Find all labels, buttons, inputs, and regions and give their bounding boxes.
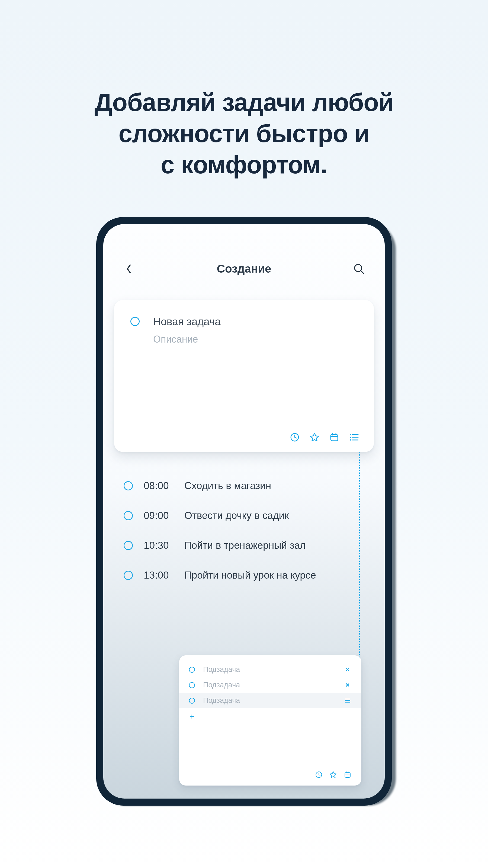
task-checkbox[interactable] [130,317,140,326]
task-time: 09:00 [144,510,173,521]
drag-icon [345,699,350,699]
subtask-drag-handle[interactable] [344,699,352,703]
subtask-label[interactable]: Подзадача [203,696,335,705]
task-checkbox[interactable] [124,511,133,520]
subtask-label[interactable]: Подзадача [203,665,335,674]
create-text-block: Новая задача Описание [153,316,221,345]
task-title-input[interactable]: Новая задача [153,316,221,328]
add-subtask-button[interactable]: + [179,708,361,725]
task-list: 08:00 Сходить в магазин 09:00 Отвести до… [124,471,364,590]
hero-title: Добавляй задачи любой сложности быстро и… [0,87,488,180]
search-icon [353,263,365,275]
subtask-checkbox[interactable] [189,698,195,704]
svg-rect-4 [331,435,338,441]
list-icon [349,433,359,441]
star-icon [329,771,337,778]
clock-icon [315,771,322,778]
favorite-button[interactable] [329,771,337,778]
svg-point-12 [350,439,351,440]
clock-icon [290,433,299,442]
svg-marker-15 [330,771,336,778]
close-icon: × [346,665,350,674]
subtask-row[interactable]: Подзадача × [179,677,361,693]
task-checkbox[interactable] [124,541,133,550]
task-time: 13:00 [144,569,173,581]
subtasks-button[interactable] [349,433,359,441]
hero-line-1: Добавляй задачи любой [0,87,488,118]
svg-line-1 [361,271,364,273]
star-icon [310,432,319,442]
subtask-checkbox[interactable] [189,667,195,673]
task-checkbox[interactable] [124,571,133,580]
create-card: Новая задача Описание [114,300,374,452]
hero-line-2: сложности быстро и [0,118,488,149]
calendar-icon [330,433,339,442]
create-top-row: Новая задача Описание [130,316,358,345]
back-button[interactable] [122,262,136,276]
task-title: Пройти новый урок на курсе [184,569,316,581]
task-description-input[interactable]: Описание [153,334,221,345]
task-title: Сходить в магазин [184,480,271,492]
close-icon: × [346,681,350,689]
plus-icon: + [190,712,194,721]
chevron-left-icon [126,264,132,274]
favorite-button[interactable] [310,432,319,442]
task-row[interactable]: 10:30 Пойти в тренажерный зал [124,531,364,560]
svg-point-8 [350,434,351,435]
search-button[interactable] [352,262,366,276]
svg-point-10 [350,437,351,438]
subtask-label[interactable]: Подзадача [203,681,335,689]
task-row[interactable]: 08:00 Сходить в магазин [124,471,364,501]
subtask-row[interactable]: Подзадача [179,693,361,708]
phone-screen: Создание Новая задача Описание [103,224,385,799]
task-title: Отвести дочку в садик [184,510,289,521]
svg-rect-16 [345,773,350,777]
time-button[interactable] [290,433,299,442]
task-title: Пойти в тренажерный зал [184,540,306,551]
task-time: 10:30 [144,540,173,551]
task-time: 08:00 [144,480,173,492]
task-row[interactable]: 09:00 Отвести дочку в садик [124,501,364,531]
subtask-actions [315,771,351,778]
subtask-checkbox[interactable] [189,682,195,688]
subtask-remove[interactable]: × [344,681,352,689]
task-row[interactable]: 13:00 Пройти новый урок на курсе [124,560,364,590]
topbar: Создание [103,257,385,281]
calendar-icon [344,771,351,778]
svg-marker-3 [311,433,319,441]
task-checkbox[interactable] [124,481,133,490]
drag-icon [345,701,350,701]
time-button[interactable] [315,771,322,778]
create-actions [290,432,359,442]
phone-frame: Создание Новая задача Описание [96,217,392,806]
hero-line-3: с комфортом. [0,149,488,180]
subtasks-card: Подзадача × Подзадача × Подзадача + [179,655,361,785]
subtask-remove[interactable]: × [344,665,352,674]
calendar-button[interactable] [330,433,339,442]
page-title: Создание [103,262,385,275]
drag-icon [345,702,350,703]
calendar-button[interactable] [344,771,351,778]
subtask-row[interactable]: Подзадача × [179,662,361,677]
